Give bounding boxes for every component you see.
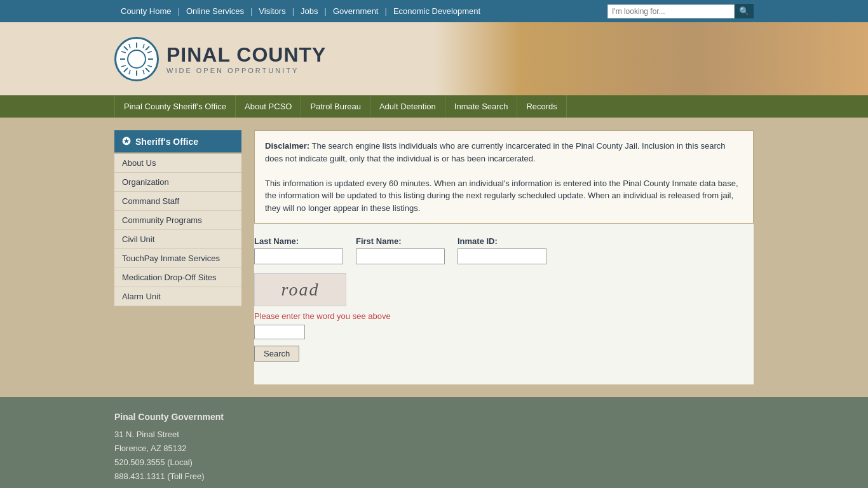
svg-point-0: [128, 50, 146, 68]
government[interactable]: Government: [327, 6, 385, 16]
name-id-row: Last Name: First Name: Inmate ID:: [254, 236, 754, 264]
main-navigation: Pinal County Sheriff's OfficeAbout PCSOP…: [0, 95, 868, 118]
svg-line-8: [124, 68, 128, 72]
disclaimer-bold: Disclaimer:: [265, 141, 309, 151]
nav-about-pcso[interactable]: About PCSO: [236, 95, 301, 118]
jobs[interactable]: Jobs: [294, 6, 324, 16]
top-nav-links: County Home | Online Services | Visitors…: [114, 6, 487, 16]
svg-line-15: [129, 70, 130, 74]
svg-line-14: [147, 65, 152, 67]
nav-adult-detention[interactable]: Adult Detention: [370, 95, 445, 118]
county-home[interactable]: County Home: [114, 6, 177, 16]
inmate-id-input[interactable]: [458, 248, 546, 264]
footer-gov-name: Pinal County Government: [114, 410, 754, 425]
nav-sheriffs-office[interactable]: Pinal County Sheriff's Office: [114, 95, 236, 118]
visitors[interactable]: Visitors: [252, 6, 292, 16]
svg-line-10: [143, 44, 144, 48]
online-services[interactable]: Online Services: [180, 6, 250, 16]
footer-address2: Florence, AZ 85132: [114, 442, 754, 456]
last-name-input[interactable]: [254, 248, 343, 264]
inmate-search-form: Last Name: First Name: Inmate ID: road P…: [254, 236, 754, 362]
svg-line-9: [129, 44, 130, 48]
content-wrapper: ✪ Sheriff's Office About UsOrganizationC…: [0, 118, 868, 397]
logo-text: PINAL COUNTY WIDE OPEN OPPORTUNITY: [166, 43, 326, 74]
svg-line-7: [146, 46, 149, 50]
nav-patrol[interactable]: Patrol Bureau: [301, 95, 370, 118]
captcha-word: road: [281, 280, 320, 300]
inmate-id-label: Inmate ID:: [458, 236, 546, 246]
sidebar-civil-unit[interactable]: Civil Unit: [114, 230, 241, 249]
footer-address1: 31 N. Pinal Street: [114, 428, 754, 442]
footer-phone-tollfree: 888.431.1311 (Toll Free): [114, 470, 754, 484]
svg-line-6: [146, 68, 149, 72]
svg-line-11: [121, 51, 126, 53]
sidebar-medication[interactable]: Medication Drop-Off Sites: [114, 268, 241, 287]
sidebar-organization[interactable]: Organization: [114, 173, 241, 192]
main-content-area: Disclaimer: The search engine lists indi…: [254, 130, 754, 384]
first-name-label: First Name:: [356, 236, 445, 246]
top-search-input[interactable]: [607, 4, 735, 18]
sheriff-star-icon: ✪: [122, 135, 130, 147]
inmate-id-field: Inmate ID:: [458, 236, 546, 264]
site-title: PINAL COUNTY: [166, 43, 326, 67]
nav-inmate-search[interactable]: Inmate Search: [445, 95, 518, 118]
captcha-prompt: Please enter the word you see above: [254, 311, 754, 321]
site-subtitle: WIDE OPEN OPPORTUNITY: [166, 67, 326, 74]
sidebar: ✪ Sheriff's Office About UsOrganizationC…: [114, 130, 241, 384]
captcha-image: road: [254, 273, 346, 306]
svg-line-12: [121, 65, 126, 67]
first-name-input[interactable]: [356, 248, 445, 264]
sidebar-title: ✪ Sheriff's Office: [114, 130, 241, 152]
disclaimer-text1: Disclaimer: The search engine lists indi…: [265, 140, 743, 165]
disclaimer-box: Disclaimer: The search engine lists indi…: [254, 130, 754, 224]
top-search-bar: 🔍: [607, 4, 754, 18]
economic-development[interactable]: Economic Development: [387, 6, 487, 16]
captcha-input[interactable]: [254, 325, 305, 339]
sidebar-community-programs[interactable]: Community Programs: [114, 211, 241, 230]
svg-line-5: [124, 46, 128, 50]
disclaimer-text2: This information is updated every 60 min…: [265, 177, 743, 215]
top-navigation: County Home | Online Services | Visitors…: [0, 0, 868, 22]
search-button[interactable]: Search: [254, 346, 299, 362]
site-logo: PINAL COUNTY WIDE OPEN OPPORTUNITY: [114, 37, 326, 81]
svg-line-13: [147, 51, 152, 53]
header-background: [434, 22, 868, 95]
last-name-field: Last Name:: [254, 236, 343, 264]
logo-sun-icon: [114, 37, 159, 81]
footer-phone-local: 520.509.3555 (Local): [114, 456, 754, 470]
disclaimer-body1: The search engine lists individuals who …: [265, 141, 726, 163]
sidebar-command-staff[interactable]: Command Staff: [114, 192, 241, 211]
first-name-field: First Name:: [356, 236, 445, 264]
nav-records[interactable]: Records: [517, 95, 566, 118]
site-footer: Pinal County Government 31 N. Pinal Stre…: [0, 397, 868, 488]
top-search-button[interactable]: 🔍: [735, 4, 754, 18]
site-header: PINAL COUNTY WIDE OPEN OPPORTUNITY: [0, 22, 868, 95]
sidebar-about-us[interactable]: About Us: [114, 154, 241, 173]
svg-line-16: [143, 70, 144, 74]
sidebar-touchpay[interactable]: TouchPay Inmate Services: [114, 249, 241, 268]
sidebar-alarm-unit[interactable]: Alarm Unit: [114, 287, 241, 306]
last-name-label: Last Name:: [254, 236, 343, 246]
